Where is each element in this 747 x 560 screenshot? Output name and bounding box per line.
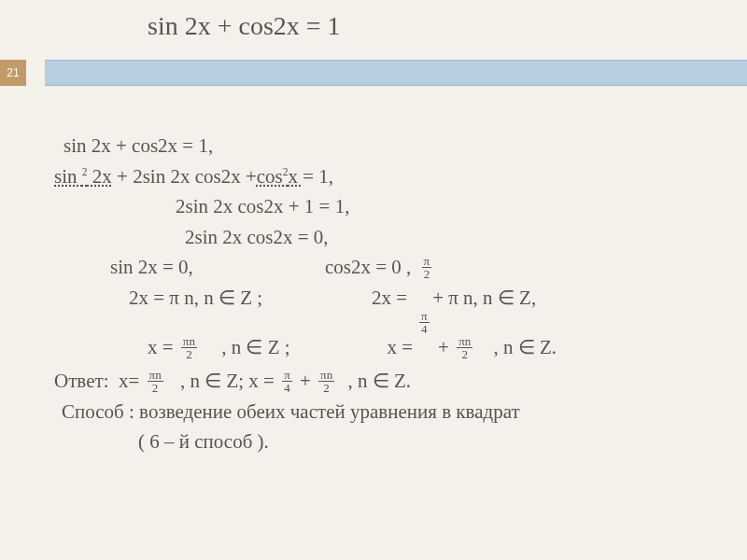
equation-title: sin 2x + cos2x = 1 xyxy=(148,11,341,41)
spacer-bar xyxy=(26,60,45,86)
line-5: sin 2x = 0,cos2x = 0 , π2 xyxy=(54,252,710,283)
page-number-badge: 21 xyxy=(0,60,26,86)
line-7: x = πn2 , n ∈ Z ; x = π4 + πn2 , n ∈ Z. xyxy=(54,332,710,363)
header-bar: 21 xyxy=(0,60,747,86)
method-line-2: ( 6 – й способ ). xyxy=(138,427,710,457)
answer-line: Ответ: x= πn2 , n ∈ Z; x = π4 + πn2 , n … xyxy=(54,366,710,397)
line-3: 2sin 2x cos2x + 1 = 1, xyxy=(176,191,710,222)
line-2: sin 2 2x + 2sin 2x cos2x +cos2x = 1, xyxy=(54,161,710,192)
solution-content: sin 2x + cos2x = 1, sin 2 2x + 2sin 2x c… xyxy=(54,131,710,457)
line-1: sin 2x + cos2x = 1, xyxy=(63,131,710,161)
line-4: 2sin 2x cos2x = 0, xyxy=(185,222,710,253)
method-line-1: Способ : возведение обеих частей уравнен… xyxy=(62,397,710,427)
blue-accent-bar xyxy=(45,60,747,86)
